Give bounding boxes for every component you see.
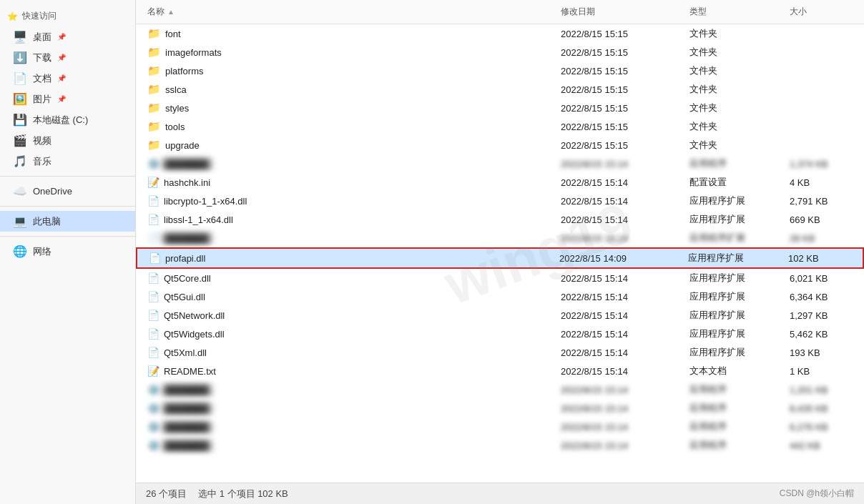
sidebar-item-network[interactable]: 🌐 网络 [0, 241, 135, 262]
file-date-col: 2022/8/15 15:14 [556, 439, 685, 453]
sidebar-item-videos[interactable]: 🎬 视频 [0, 130, 135, 151]
file-name-col: 📁 sslca [143, 81, 556, 97]
file-size-col [785, 69, 857, 72]
table-row[interactable]: 📁 tools 2022/8/15 15:15 文件夹 [136, 117, 864, 136]
file-name-col: 📄 libcrypto-1_1-x64.dll [143, 194, 556, 208]
file-size-col [785, 144, 857, 147]
download-icon: ⬇️ [13, 51, 27, 64]
file-date-col: 2022/8/15 15:14 [556, 157, 685, 171]
file-size-col: 1,201 KB [785, 383, 857, 397]
file-type-col: 应用程序扩展 [685, 307, 785, 323]
file-size-col: 1 KB [785, 365, 857, 378]
sidebar-item-this-pc[interactable]: 💻 此电脑 [0, 211, 135, 232]
table-row[interactable]: 📄 Qt5Core.dll 2022/8/15 15:14 应用程序扩展 6,0… [136, 269, 864, 287]
table-row[interactable]: 📄 libcrypto-1_1-x64.dll 2022/8/15 15:14 … [136, 192, 864, 210]
sidebar-item-label: 下载 [33, 51, 51, 64]
table-row[interactable]: 📄 ███████ 2022/8/15 15:14 应用程序扩展 28 KB [136, 229, 864, 247]
main-content: 名称 ▲ 修改日期 类型 大小 wing19 📁 font 2022/8/15 … [136, 0, 864, 504]
column-size[interactable]: 大小 [785, 3, 857, 21]
file-date-col: 2022/8/15 15:14 [556, 213, 685, 227]
file-date-col: 2022/8/15 15:14 [556, 402, 685, 415]
sidebar-item-label: 视频 [33, 134, 51, 147]
quick-access-section[interactable]: ⭐ 快速访问 [0, 6, 135, 26]
column-type[interactable]: 类型 [685, 3, 785, 21]
sidebar-item-documents[interactable]: 📄 文档 📌 [0, 68, 135, 89]
table-row[interactable]: 📁 sslca 2022/8/15 15:15 文件夹 [136, 80, 864, 99]
table-row[interactable]: 📝 hashchk.ini 2022/8/15 15:14 配置设置 4 KB [136, 173, 864, 192]
table-row[interactable]: 📄 profapi.dll 2022/8/15 14:09 应用程序扩展 102… [136, 247, 864, 269]
file-name-col: 📁 upgrade [143, 137, 556, 153]
table-row[interactable]: 📝 README.txt 2022/8/15 15:14 文本文档 1 KB [136, 362, 864, 380]
sidebar-item-pictures[interactable]: 🖼️ 图片 📌 [0, 89, 135, 109]
table-row[interactable]: ⚙️ ███████ 2022/8/15 15:14 应用程序 6,276 KB [136, 417, 864, 436]
file-date-col: 2022/8/15 15:14 [556, 272, 685, 285]
file-type-col: 应用程序扩展 [684, 250, 784, 266]
file-explorer-window: ⭐ 快速访问 🖥️ 桌面 📌 ⬇️ 下载 📌 📄 文档 📌 🖼️ 图片 📌 💾 … [0, 0, 864, 504]
file-name-col: 📄 Qt5Xml.dll [143, 345, 556, 360]
file-size-col [785, 107, 857, 109]
total-items: 26 个项目 [146, 488, 187, 500]
file-size-col: 28 KB [785, 232, 857, 245]
table-row[interactable]: 📄 Qt5Network.dll 2022/8/15 15:14 应用程序扩展 … [136, 306, 864, 325]
file-size-col: 8,435 KB [785, 402, 857, 415]
network-label: 网络 [33, 245, 51, 258]
file-name-col: 📁 platforms [143, 63, 556, 79]
table-row[interactable]: ⚙️ ███████ 2022/8/15 15:14 应用程序 1,374 KB [136, 154, 864, 173]
table-row[interactable]: 📄 Qt5Xml.dll 2022/8/15 15:14 应用程序扩展 193 … [136, 343, 864, 362]
file-list-header: 名称 ▲ 修改日期 类型 大小 [136, 0, 864, 24]
column-date[interactable]: 修改日期 [556, 3, 685, 21]
file-name-col: ⚙️ ███████ [143, 401, 556, 415]
table-row[interactable]: 📁 platforms 2022/8/15 15:15 文件夹 [136, 61, 864, 80]
this-pc-icon: 💻 [13, 214, 27, 228]
table-row[interactable]: 📁 upgrade 2022/8/15 15:15 文件夹 [136, 136, 864, 154]
file-size-col: 5,462 KB [785, 327, 857, 341]
file-size-col: 193 KB [785, 346, 857, 360]
file-name-col: ⚙️ ███████ [143, 420, 556, 434]
local-disk-icon: 💾 [13, 113, 27, 127]
file-name-col: 📁 font [143, 26, 556, 41]
table-row[interactable]: 📁 imageformats 2022/8/15 15:15 文件夹 [136, 43, 864, 61]
sidebar-item-downloads[interactable]: ⬇️ 下载 📌 [0, 47, 135, 68]
file-type-col: 应用程序扩展 [685, 212, 785, 227]
column-name[interactable]: 名称 ▲ [143, 3, 556, 21]
table-row[interactable]: 📁 font 2022/8/15 15:15 文件夹 [136, 24, 864, 43]
file-date-col: 2022/8/15 15:14 [556, 420, 685, 434]
file-size-col: 4 KB [785, 176, 857, 189]
table-row[interactable]: ⚙️ ███████ 2022/8/15 15:14 应用程序 1,201 KB [136, 380, 864, 399]
pin-icon: 📌 [57, 74, 66, 82]
file-size-col: 6,364 KB [785, 290, 857, 304]
file-date-col: 2022/8/15 15:14 [556, 176, 685, 189]
sort-arrow-icon: ▲ [167, 8, 175, 16]
status-left: 26 个项目 选中 1 个项目 102 KB [146, 488, 288, 500]
videos-icon: 🎬 [13, 134, 27, 147]
file-type-col: 应用程序扩展 [685, 345, 785, 360]
file-list-body[interactable]: wing19 📁 font 2022/8/15 15:15 文件夹 📁 imag… [136, 24, 864, 483]
table-row[interactable]: 📄 Qt5Gui.dll 2022/8/15 15:14 应用程序扩展 6,36… [136, 287, 864, 306]
sidebar-item-label: 本地磁盘 (C:) [33, 114, 88, 127]
file-size-col: 6,021 KB [785, 272, 857, 285]
pin-icon: 📌 [57, 33, 66, 41]
status-bar: 26 个项目 选中 1 个项目 102 KB CSDN @h领小白帽 [136, 483, 864, 504]
selected-items: 选中 1 个项目 102 KB [198, 488, 288, 500]
table-row[interactable]: 📁 styles 2022/8/15 15:15 文件夹 [136, 99, 864, 117]
file-type-col: 文件夹 [685, 81, 785, 97]
file-name-col: ⚙️ ███████ [143, 157, 556, 171]
table-row[interactable]: 📄 Qt5Widgets.dll 2022/8/15 15:14 应用程序扩展 … [136, 325, 864, 343]
file-type-col: 文件夹 [685, 63, 785, 79]
table-row[interactable]: ⚙️ ███████ 2022/8/15 15:14 应用程序 8,435 KB [136, 399, 864, 417]
table-row[interactable]: ⚙️ ███████ 2022/8/15 15:14 应用程序 442 KB [136, 436, 864, 455]
file-name-col: 📝 README.txt [143, 364, 556, 378]
file-date-col: 2022/8/15 15:14 [556, 365, 685, 378]
sidebar-item-local-disk[interactable]: 💾 本地磁盘 (C:) [0, 109, 135, 130]
sidebar-item-label: 图片 [33, 93, 51, 106]
sidebar-item-desktop[interactable]: 🖥️ 桌面 📌 [0, 26, 135, 47]
file-name-col: 📁 styles [143, 100, 556, 116]
file-name-col: 📄 Qt5Gui.dll [143, 290, 556, 304]
file-type-col: 应用程序 [685, 400, 785, 416]
file-size-col: 1,374 KB [785, 157, 857, 171]
file-date-col: 2022/8/15 15:14 [556, 383, 685, 397]
sidebar-item-music[interactable]: 🎵 音乐 [0, 151, 135, 172]
table-row[interactable]: 📄 libssl-1_1-x64.dll 2022/8/15 15:14 应用程… [136, 210, 864, 229]
sidebar-item-onedrive[interactable]: ☁️ OneDrive [0, 181, 135, 202]
file-size-col: 669 KB [785, 213, 857, 227]
